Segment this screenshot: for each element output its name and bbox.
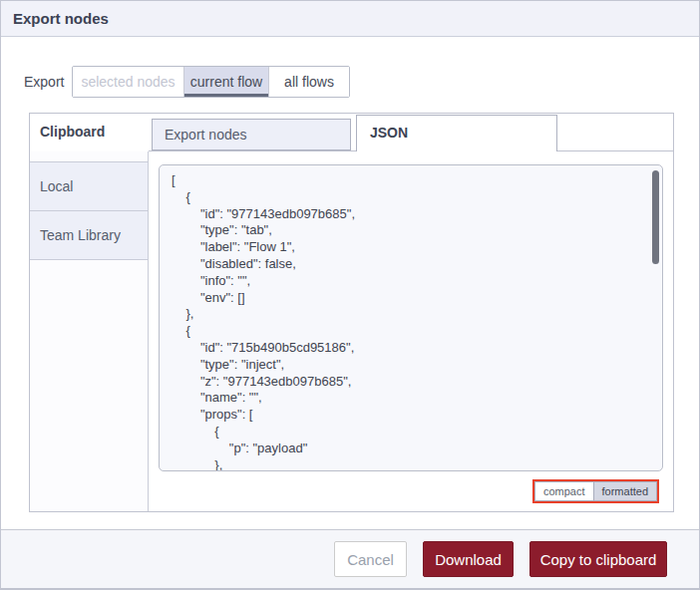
export-scope-label: Export bbox=[24, 67, 64, 97]
dialog-header: Export nodes bbox=[1, 1, 699, 37]
library-sidebar: Local Team Library bbox=[30, 151, 149, 511]
dialog-title: Export nodes bbox=[1, 1, 699, 36]
export-scope-segmented-control: selected nodes current flow all flows bbox=[72, 66, 350, 98]
format-toggle-group: compact formatted bbox=[534, 481, 657, 501]
export-option-current-flow[interactable]: current flow bbox=[184, 67, 269, 97]
download-button[interactable]: Download bbox=[423, 541, 514, 577]
tab-json[interactable]: JSON bbox=[356, 115, 557, 151]
json-content-area: [ { "id": "977143edb097b685", "type": "t… bbox=[150, 151, 673, 511]
compact-button[interactable]: compact bbox=[535, 482, 594, 500]
export-panel: Clipboard Export nodes JSON Local Team L… bbox=[29, 113, 674, 512]
sidebar-item-local[interactable]: Local bbox=[30, 161, 148, 211]
export-option-all-flows[interactable]: all flows bbox=[269, 67, 349, 97]
export-nodes-dialog: Export nodes Export selected nodes curre… bbox=[0, 0, 700, 590]
tab-clipboard[interactable]: Clipboard bbox=[30, 114, 149, 150]
export-option-selected-nodes[interactable]: selected nodes bbox=[73, 67, 184, 97]
format-toggle-highlight-box: compact formatted bbox=[532, 479, 659, 503]
panel-body: Local Team Library [ { "id": "977143edb0… bbox=[30, 151, 673, 511]
json-code: [ { "id": "977143edb097b685", "type": "t… bbox=[160, 165, 662, 471]
scrollbar-thumb[interactable] bbox=[652, 170, 659, 264]
formatted-button[interactable]: formatted bbox=[594, 482, 656, 500]
tab-export-nodes[interactable]: Export nodes bbox=[152, 119, 351, 150]
json-export-textarea[interactable]: [ { "id": "977143edb097b685", "type": "t… bbox=[159, 164, 663, 471]
sidebar-item-team-library[interactable]: Team Library bbox=[30, 211, 148, 260]
copy-to-clipboard-button[interactable]: Copy to clipboard bbox=[529, 541, 667, 577]
dialog-footer: Cancel Download Copy to clipboard bbox=[1, 529, 699, 588]
cancel-button[interactable]: Cancel bbox=[334, 541, 407, 577]
